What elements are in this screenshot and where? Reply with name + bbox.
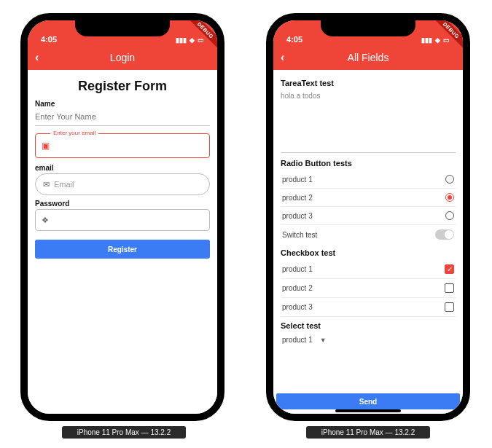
screen-login: Register Form Name Enter your email ▣ em… xyxy=(28,70,217,414)
checkbox-option-label: product 1 xyxy=(282,265,313,273)
radio-group-label: Radio Button tests xyxy=(281,159,456,168)
select-label: Select test xyxy=(281,321,456,330)
battery-icon: ▭ xyxy=(443,36,450,44)
radio-icon-selected xyxy=(445,193,454,202)
back-icon[interactable]: ‹ xyxy=(281,51,284,64)
signal-icon: ▮▮▮ xyxy=(421,36,432,44)
email-label: email xyxy=(35,164,210,172)
device-caption-right: iPhone 11 Pro Max — 13.2.2 xyxy=(306,426,430,439)
mail-icon: ✉ xyxy=(43,180,50,189)
register-button[interactable]: Register xyxy=(35,240,210,259)
radio-option-1[interactable]: product 2 xyxy=(281,189,456,207)
name-label: Name xyxy=(35,100,210,108)
checkbox-icon xyxy=(445,302,454,312)
switch-row[interactable]: Switch test xyxy=(281,225,456,244)
radio-option-0[interactable]: product 1 xyxy=(281,170,456,189)
checkbox-option-2[interactable]: product 3 xyxy=(281,298,456,317)
chevron-down-icon: ▼ xyxy=(320,337,327,344)
app-header: ‹ All Fields xyxy=(273,45,463,70)
shield-icon: ❖ xyxy=(42,216,49,225)
radio-option-2[interactable]: product 3 xyxy=(281,207,456,225)
send-button[interactable]: Send xyxy=(276,393,460,409)
battery-icon: ▭ xyxy=(198,36,204,44)
signal-icon: ▮▮▮ xyxy=(176,36,187,44)
textarea-input[interactable] xyxy=(281,90,456,153)
switch-toggle[interactable] xyxy=(435,229,454,240)
checkbox-option-label: product 3 xyxy=(282,303,313,311)
textarea-label: TareaText test xyxy=(281,79,456,87)
notch xyxy=(75,19,170,36)
header-title: All Fields xyxy=(348,52,389,63)
password-label: Password xyxy=(35,200,210,208)
radio-icon xyxy=(445,175,454,184)
password-input[interactable]: ❖ xyxy=(35,209,210,231)
radio-option-label: product 2 xyxy=(282,194,313,202)
name-input[interactable] xyxy=(35,109,210,126)
person-icon: ▣ xyxy=(42,141,50,151)
notch xyxy=(321,19,415,36)
form-title: Register Form xyxy=(35,79,210,94)
switch-label: Switch test xyxy=(282,231,317,239)
checkbox-group-label: Checkbox test xyxy=(281,248,456,257)
device-caption-left: iPhone 11 Pro Max — 13.2.2 xyxy=(62,426,186,439)
email-input[interactable]: ✉ Email xyxy=(35,173,210,195)
app-header: ‹ Login xyxy=(28,45,217,70)
select-input[interactable]: product 1 ▼ xyxy=(281,333,456,344)
status-icons: ▮▮▮ ◆ ▭ xyxy=(176,36,204,44)
outlined-email-field[interactable]: Enter your email ▣ xyxy=(35,133,210,158)
checkbox-option-0[interactable]: product 1 ✓ xyxy=(281,260,456,279)
clock: 4:05 xyxy=(41,35,57,44)
checkbox-icon-checked: ✓ xyxy=(445,264,454,274)
radio-option-label: product 1 xyxy=(282,176,313,184)
wifi-icon: ◆ xyxy=(190,36,195,44)
outlined-floating-label: Enter your email xyxy=(50,130,98,136)
back-icon[interactable]: ‹ xyxy=(35,51,39,64)
screen-all-fields: TareaText test Radio Button tests produc… xyxy=(273,70,463,414)
status-icons: ▮▮▮ ◆ ▭ xyxy=(421,36,450,44)
wifi-icon: ◆ xyxy=(435,36,440,44)
radio-option-label: product 3 xyxy=(282,212,313,220)
email-placeholder: Email xyxy=(54,180,74,189)
checkbox-option-1[interactable]: product 2 xyxy=(281,279,456,298)
home-indicator xyxy=(335,409,401,412)
header-title: Login xyxy=(110,52,135,63)
checkbox-icon xyxy=(445,283,454,293)
radio-icon xyxy=(445,211,454,220)
phone-left: DEBUG 4:05 ▮▮▮ ◆ ▭ ‹ Login Register Form… xyxy=(20,13,224,421)
phone-right: DEBUG 4:05 ▮▮▮ ◆ ▭ ‹ All Fields TareaTex… xyxy=(266,13,470,421)
clock: 4:05 xyxy=(286,35,302,44)
checkbox-option-label: product 2 xyxy=(282,284,313,292)
select-value: product 1 xyxy=(282,336,313,344)
